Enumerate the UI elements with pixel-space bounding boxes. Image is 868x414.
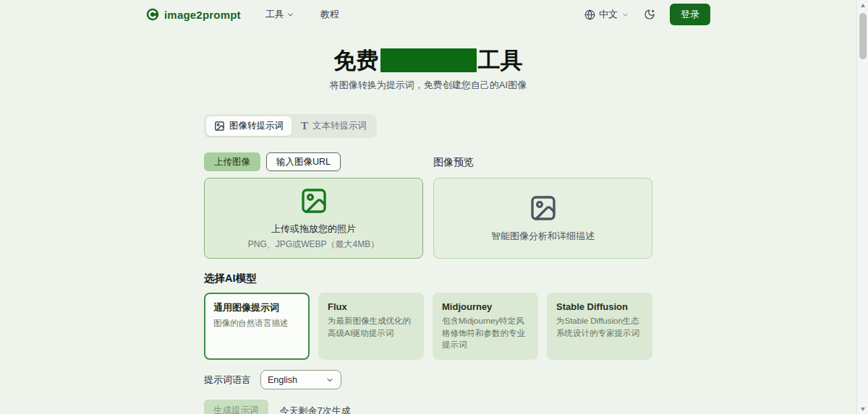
login-button[interactable]: 登录 [670, 4, 710, 25]
upload-image-button[interactable]: 上传图像 [204, 152, 260, 171]
nav-item-label: 教程 [320, 8, 339, 21]
model-cards: 通用图像提示词 图像的自然语言描述 Flux 为最新图像生成优化的高级AI驱动提… [204, 293, 652, 360]
highlighted-text-block [380, 48, 477, 72]
nav-item-tutorials[interactable]: 教程 [320, 8, 339, 21]
language-switcher[interactable]: 中文 [584, 8, 629, 21]
image-url-button[interactable]: 输入图像URL [266, 152, 341, 171]
model-card-description: 为Stable Diffusion生态系统设计的专家提示词 [556, 315, 643, 339]
header: image2prompt 工具 教程 [0, 0, 856, 29]
generate-prompt-button[interactable]: 生成提示词 [204, 400, 268, 414]
tab-label: 文本转提示词 [312, 120, 367, 132]
remaining-generations-text: 今天剩余7次生成 [280, 405, 351, 414]
image-icon [299, 186, 328, 215]
title-suffix: 工具 [478, 48, 523, 73]
image-preview-box: 智能图像分析和详细描述 [433, 178, 652, 259]
text-icon: T [301, 121, 308, 131]
dropzone-hint: PNG、JPG或WEBP（最大4MB） [248, 238, 379, 251]
model-card-title: 通用图像提示词 [213, 301, 300, 314]
page-title: 免费工具 [0, 46, 856, 75]
model-card-description: 包含Midjourney特定风格修饰符和参数的专业提示词 [442, 315, 529, 351]
globe-icon [584, 9, 595, 20]
model-card-description: 为最新图像生成优化的高级AI驱动提示词 [328, 315, 414, 339]
tool-grid: 上传图像 输入图像URL 上传或拖放您的照片 PNG、JPG或WEBP（最大4M… [204, 152, 652, 259]
tab-label: 图像转提示词 [229, 120, 284, 132]
model-card-title: Flux [328, 301, 414, 312]
logo[interactable]: image2prompt [146, 8, 241, 21]
tab-image-to-prompt[interactable]: 图像转提示词 [206, 116, 292, 136]
title-prefix: 免费 [334, 48, 379, 73]
image-icon [529, 194, 558, 223]
model-card-title: Midjourney [442, 301, 529, 312]
logo-icon [146, 8, 159, 21]
mode-tabs: 图像转提示词 T 文本转提示词 [204, 114, 377, 138]
scrollbar-down-arrow[interactable] [857, 404, 868, 414]
scrollbar-thumb[interactable] [859, 13, 867, 59]
logo-text: image2prompt [164, 9, 241, 21]
model-card-midjourney[interactable]: Midjourney 包含Midjourney特定风格修饰符和参数的专业提示词 [433, 293, 538, 360]
prompt-language-select[interactable]: English [260, 370, 341, 389]
nav-item-label: 工具 [265, 8, 284, 21]
model-card-description: 图像的自然语言描述 [213, 317, 300, 329]
prompt-language-row: 提示词语言 English [204, 370, 652, 389]
preview-placeholder-text: 智能图像分析和详细描述 [491, 230, 595, 243]
scrollbar-up-arrow[interactable] [857, 0, 868, 10]
model-card-flux[interactable]: Flux 为最新图像生成优化的高级AI驱动提示词 [318, 293, 424, 360]
main-nav: 工具 教程 [265, 8, 339, 21]
generate-row: 生成提示词 今天剩余7次生成 [204, 400, 652, 414]
main-content: 图像转提示词 T 文本转提示词 上传图像 输入图像URL [204, 92, 652, 414]
dropzone-title: 上传或拖放您的照片 [271, 223, 356, 236]
models-heading: 选择AI模型 [204, 272, 652, 285]
preview-column: 图像预览 智能图像分析和详细描述 [433, 152, 652, 259]
prompt-language-label: 提示词语言 [204, 374, 251, 387]
chevron-down-icon [326, 376, 334, 384]
page-subtitle: 将图像转换为提示词，免费创建您自己的AI图像 [0, 79, 856, 92]
nav-item-tools[interactable]: 工具 [265, 8, 294, 21]
language-label: 中文 [599, 8, 618, 21]
model-card-title: Stable Diffusion [556, 301, 643, 312]
page: image2prompt 工具 教程 [0, 0, 856, 414]
hero: 免费工具 将图像转换为提示词，免费创建您自己的AI图像 [0, 46, 856, 92]
dark-mode-toggle[interactable] [644, 9, 655, 20]
moon-star-icon [644, 9, 655, 20]
image-icon [214, 121, 225, 131]
tab-text-to-prompt[interactable]: T 文本转提示词 [293, 116, 375, 136]
chevron-down-icon [621, 11, 629, 19]
preview-label: 图像预览 [433, 152, 652, 171]
upload-column: 上传图像 输入图像URL 上传或拖放您的照片 PNG、JPG或WEBP（最大4M… [204, 152, 423, 259]
model-card-stable-diffusion[interactable]: Stable Diffusion 为Stable Diffusion生态系统设计… [547, 293, 652, 360]
chevron-down-icon [286, 11, 294, 19]
upload-dropzone[interactable]: 上传或拖放您的照片 PNG、JPG或WEBP（最大4MB） [204, 178, 423, 259]
vertical-scrollbar [856, 0, 868, 414]
selected-language-value: English [268, 375, 297, 385]
model-card-general[interactable]: 通用图像提示词 图像的自然语言描述 [204, 293, 310, 360]
